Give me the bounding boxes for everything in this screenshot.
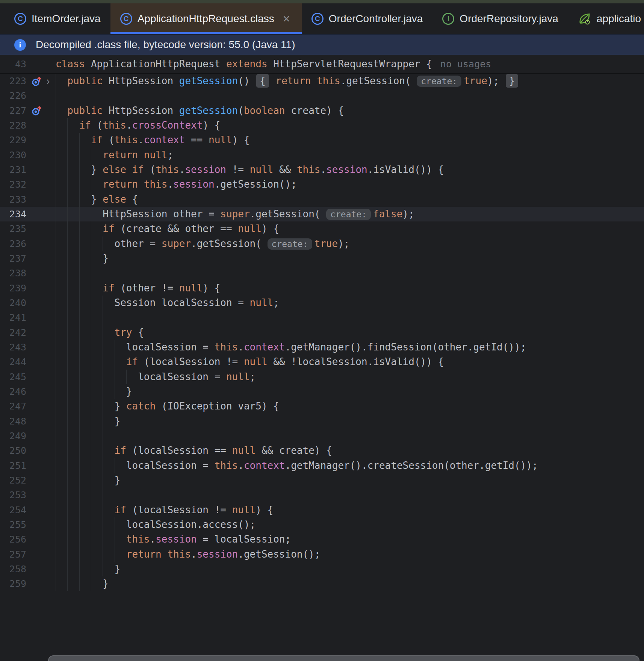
code-line[interactable]: 245 localSession = null;	[0, 370, 644, 384]
line-number[interactable]: 239	[0, 283, 26, 294]
code-line[interactable]: 250 if (localSession == null && create) …	[0, 443, 644, 458]
code-line[interactable]: 240 Session localSession = null;	[0, 296, 644, 310]
line-number[interactable]: 244	[0, 356, 26, 367]
code-line[interactable]: 231 } else if (this.session != null && t…	[0, 162, 644, 177]
code-line[interactable]: 249	[0, 429, 644, 443]
sticky-class-line[interactable]: 43class ApplicationHttpRequest extends H…	[0, 55, 644, 74]
code-text[interactable]: localSession = this.context.getManager()…	[56, 340, 644, 355]
line-number[interactable]: 238	[0, 268, 26, 279]
code-text[interactable]: this.session = localSession;	[56, 532, 644, 547]
code-text[interactable]: if (localSession != null) {	[56, 503, 644, 517]
editor-tab[interactable]: applicatio	[568, 3, 644, 34]
line-number[interactable]: 231	[0, 164, 26, 175]
code-line[interactable]: 243 localSession = this.context.getManag…	[0, 340, 644, 355]
code-text[interactable]: public HttpSession getSession(boolean cr…	[56, 103, 644, 118]
code-text[interactable]: } else {	[56, 192, 644, 207]
line-number[interactable]: 228	[0, 120, 26, 131]
code-line[interactable]: 234 HttpSession other = super.getSession…	[0, 207, 644, 221]
editor-tab[interactable]: COrderController.java	[302, 3, 433, 34]
line-number[interactable]: 252	[0, 475, 26, 486]
line-number[interactable]: 227	[0, 105, 26, 116]
line-number[interactable]: 236	[0, 238, 26, 249]
code-line[interactable]: 235 if (create && other == null) {	[0, 221, 644, 236]
code-line[interactable]: 242 try {	[0, 325, 644, 340]
code-line[interactable]: 258 }	[0, 562, 644, 576]
line-number[interactable]: 257	[0, 549, 26, 560]
line-number[interactable]: 229	[0, 135, 26, 146]
code-line[interactable]: 238	[0, 266, 644, 280]
folded-region-brace[interactable]: {	[256, 74, 269, 88]
line-number[interactable]: 235	[0, 223, 26, 234]
code-text[interactable]: localSession = this.context.getManager()…	[56, 458, 644, 473]
code-text[interactable]: if (this.crossContext) {	[56, 118, 644, 133]
line-number[interactable]: 246	[0, 386, 26, 397]
code-text[interactable]: }	[56, 414, 644, 429]
line-number[interactable]: 254	[0, 505, 26, 515]
horizontal-scrollbar[interactable]	[48, 655, 639, 661]
code-text[interactable]: } else if (this.session != null && this.…	[56, 162, 644, 177]
folded-region-brace[interactable]: }	[506, 74, 519, 88]
code-text[interactable]: }	[56, 576, 644, 591]
line-number[interactable]: 251	[0, 460, 26, 471]
code-text[interactable]: }	[56, 251, 644, 266]
line-number[interactable]: 43	[0, 59, 26, 70]
code-line[interactable]: 246 }	[0, 384, 644, 399]
line-number[interactable]: 245	[0, 371, 26, 382]
line-number[interactable]: 248	[0, 416, 26, 427]
line-number[interactable]: 241	[0, 312, 26, 323]
code-text[interactable]: if (localSession != null && !localSessio…	[56, 355, 644, 369]
code-line[interactable]: 236 other = super.getSession( create:tru…	[0, 237, 644, 251]
code-line[interactable]: 256 this.session = localSession;	[0, 532, 644, 547]
code-line[interactable]: 237 }	[0, 251, 644, 266]
code-text[interactable]: try {	[56, 325, 644, 340]
code-text[interactable]: HttpSession other = super.getSession( cr…	[56, 207, 644, 221]
tab-close-icon[interactable]: ✕	[281, 13, 292, 25]
line-number[interactable]: 259	[0, 578, 26, 589]
code-text[interactable]: other = super.getSession( create:true);	[56, 237, 644, 251]
line-number[interactable]: 226	[0, 90, 26, 101]
code-line[interactable]: 227 public HttpSession getSession(boolea…	[0, 103, 644, 118]
code-line[interactable]: 247 } catch (IOException var5) {	[0, 399, 644, 414]
code-line[interactable]: 244 if (localSession != null && !localSe…	[0, 355, 644, 369]
code-text[interactable]: }	[56, 384, 644, 399]
code-line[interactable]: 253	[0, 488, 644, 502]
code-text[interactable]: localSession = null;	[56, 370, 644, 384]
code-text[interactable]: if (this.context == null) {	[56, 133, 644, 147]
line-number[interactable]: 242	[0, 327, 26, 338]
code-text[interactable]: }	[56, 562, 644, 576]
usages-hint[interactable]: no usages	[440, 59, 491, 70]
line-number[interactable]: 234	[0, 209, 26, 220]
editor-tab[interactable]: CItemOrder.java	[5, 3, 110, 34]
code-line[interactable]: 259 }	[0, 576, 644, 591]
code-text[interactable]: return this.session.getSession();	[56, 547, 644, 562]
line-number[interactable]: 258	[0, 564, 26, 575]
code-text[interactable]: Session localSession = null;	[56, 296, 644, 310]
code-text[interactable]: return null;	[56, 148, 644, 162]
code-text[interactable]: if (localSession == null && create) {	[56, 443, 644, 458]
code-text[interactable]: return this.session.getSession();	[56, 177, 644, 192]
override-gutter-icon[interactable]	[31, 75, 42, 87]
editor-tab[interactable]: CApplicationHttpRequest.class✕	[110, 3, 302, 34]
code-text[interactable]: class ApplicationHttpRequest extends Htt…	[56, 55, 644, 73]
line-number[interactable]: 250	[0, 445, 26, 456]
line-number[interactable]: 240	[0, 297, 26, 308]
editor-tab[interactable]: IOrderRepository.java	[432, 3, 568, 34]
code-line[interactable]: 239 if (other != null) {	[0, 281, 644, 296]
code-text[interactable]	[56, 310, 644, 325]
code-text[interactable]	[56, 88, 644, 103]
code-line[interactable]: 248 }	[0, 414, 644, 429]
fold-chevron-icon[interactable]: ›	[45, 75, 51, 87]
code-line[interactable]: 223› public HttpSession getSession() { r…	[0, 74, 644, 88]
code-line[interactable]: 228 if (this.crossContext) {	[0, 118, 644, 133]
code-text[interactable]	[56, 488, 644, 502]
code-text[interactable]	[56, 266, 644, 280]
code-line[interactable]: 226	[0, 88, 644, 103]
code-text[interactable]: localSession.access();	[56, 517, 644, 532]
code-text[interactable]: public HttpSession getSession() { return…	[56, 74, 644, 88]
override-gutter-icon[interactable]	[31, 105, 42, 117]
line-number[interactable]: 247	[0, 401, 26, 412]
code-text[interactable]	[56, 429, 644, 443]
code-line[interactable]: 251 localSession = this.context.getManag…	[0, 458, 644, 473]
code-line[interactable]: 254 if (localSession != null) {	[0, 503, 644, 517]
line-number[interactable]: 233	[0, 194, 26, 205]
